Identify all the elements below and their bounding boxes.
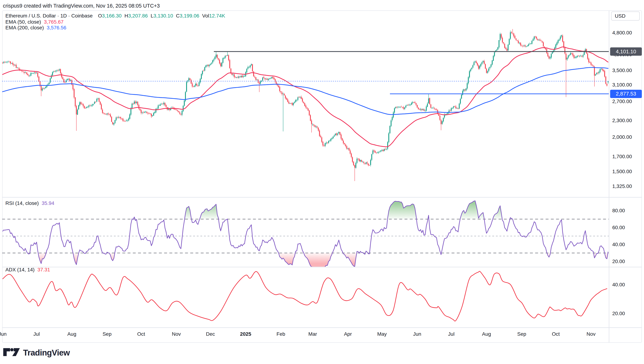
currency-selector: USD <box>611 12 640 20</box>
month-label: Jul <box>33 331 40 337</box>
ohlc-value: 12.74K <box>209 13 225 18</box>
month-label: Nov <box>172 331 181 337</box>
month-label: Sep <box>102 331 112 337</box>
price-level-badge-blue: 2,877.53 <box>610 90 642 98</box>
month-label: Sep <box>517 331 526 337</box>
price-tick: 1,500.00 <box>612 168 632 175</box>
adx-value: 37.31 <box>38 267 50 273</box>
tradingview-logo[interactable]: TradingView <box>3 347 70 358</box>
month-label: Jul <box>448 331 454 337</box>
month-label: Jun <box>413 331 421 337</box>
adx-label: ADX (14, 14) <box>6 267 34 273</box>
adx-tick: 40.00 <box>612 282 625 288</box>
month-label: Oct <box>552 331 560 337</box>
ema200-value: 3,576.56 <box>47 25 66 31</box>
rsi-tick: 40.00 <box>612 241 625 248</box>
tradingview-logo-mark <box>3 347 20 358</box>
ohlc-value: 3,130.10 <box>154 13 173 18</box>
month-label: Feb <box>276 331 285 337</box>
rsi-tick: 80.00 <box>612 208 625 214</box>
month-label: Mar <box>308 331 317 337</box>
rsi-label: RSI (14, close) <box>6 200 39 206</box>
price-tick: 2,000.00 <box>612 134 632 140</box>
ohlc-key: L <box>151 13 154 18</box>
ohlc-value: 3,207.86 <box>128 13 148 18</box>
ohlc-value: 3,166.30 <box>102 13 122 18</box>
ohlc-value: 3,199.06 <box>180 13 199 18</box>
legend-symbol-row[interactable]: Ethereum / U.S. Dollar · 1D · Coinbase O… <box>6 13 225 19</box>
price-tick: 3,100.00 <box>612 82 632 88</box>
chart-canvas[interactable] <box>0 0 644 364</box>
legend-rsi-row[interactable]: RSI (14, close) 35.94 <box>6 200 54 206</box>
price-tick: 2,300.00 <box>612 117 632 124</box>
month-label: Nov <box>586 331 596 337</box>
ohlc-key: Vol <box>202 13 209 18</box>
rsi-value: 35.94 <box>42 200 54 206</box>
month-label: Dec <box>206 331 215 337</box>
ema50-value: 3,765.67 <box>44 19 64 25</box>
price-tick: 1,700.00 <box>612 153 632 160</box>
ohlc-values: O3,166.30H3,207.86L3,130.10C3,199.06Vol1… <box>95 13 225 19</box>
price-tick: 1,325.00 <box>612 183 632 190</box>
adx-tick: 20.00 <box>612 310 625 317</box>
month-label: Jun <box>0 331 7 337</box>
symbol-title: Ethereum / U.S. Dollar · 1D · Coinbase <box>6 13 92 19</box>
ema200-label: EMA (200, close) <box>6 25 44 31</box>
ohlc-key: O <box>98 13 102 18</box>
month-label: Aug <box>68 331 76 337</box>
legend-ema50-row[interactable]: EMA (50, close) 3,765.67 <box>6 19 64 25</box>
legend-adx-row[interactable]: ADX (14, 14) 37.31 <box>6 267 50 273</box>
tradingview-chart-page: { "attribution": "crispus9 created with … <box>0 0 644 364</box>
month-label: Aug <box>482 331 491 337</box>
rsi-tick: 60.00 <box>612 224 625 231</box>
month-label: 2025 <box>240 331 251 337</box>
price-tick: 2,700.00 <box>612 98 632 105</box>
ohlc-key: H <box>124 13 128 18</box>
month-label: Oct <box>137 331 145 337</box>
legend-ema200-row[interactable]: EMA (200, close) 3,576.56 <box>6 25 66 31</box>
ohlc-key: C <box>176 13 180 18</box>
month-label: May <box>377 331 387 337</box>
tradingview-wordmark: TradingView <box>23 348 70 358</box>
rsi-tick: 20.00 <box>612 258 625 265</box>
month-label: Apr <box>344 331 352 337</box>
price-level-badge-dark: 4,101.10 <box>610 48 642 56</box>
price-tick: 4,800.00 <box>612 30 632 36</box>
ema50-label: EMA (50, close) <box>6 19 41 25</box>
price-tick: 3,500.00 <box>612 67 632 74</box>
attribution-text: crispus9 created with TradingView.com, N… <box>3 3 160 9</box>
